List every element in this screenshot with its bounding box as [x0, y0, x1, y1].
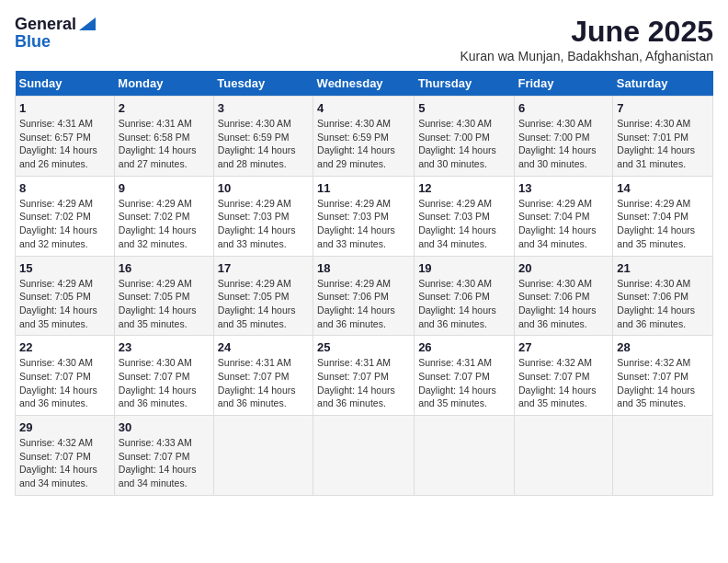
day-number: 15 [19, 261, 110, 275]
day-number: 3 [218, 101, 309, 115]
day-number: 25 [317, 340, 410, 354]
day-info: Sunrise: 4:31 AM Sunset: 7:07 PM Dayligh… [218, 356, 309, 410]
day-number: 18 [317, 261, 410, 275]
weekday-header-tuesday: Tuesday [213, 71, 313, 97]
day-info: Sunrise: 4:31 AM Sunset: 6:57 PM Dayligh… [19, 117, 110, 171]
day-number: 30 [119, 420, 210, 434]
day-info: Sunrise: 4:29 AM Sunset: 7:03 PM Dayligh… [317, 197, 410, 251]
calendar-week-row: 15 Sunrise: 4:29 AM Sunset: 7:05 PM Dayl… [16, 256, 713, 336]
day-info: Sunrise: 4:29 AM Sunset: 7:05 PM Dayligh… [19, 277, 110, 331]
day-number: 20 [518, 261, 609, 275]
logo-blue-text: Blue [15, 32, 51, 52]
calendar-week-row: 29 Sunrise: 4:32 AM Sunset: 7:07 PM Dayl… [16, 416, 713, 496]
page-header: General Blue June 2025 Kuran wa Munjan, … [15, 15, 713, 63]
day-number: 5 [418, 101, 510, 115]
day-number: 27 [518, 340, 609, 354]
day-number: 28 [617, 340, 709, 354]
calendar-cell [613, 416, 713, 496]
day-info: Sunrise: 4:29 AM Sunset: 7:05 PM Dayligh… [119, 277, 210, 331]
day-number: 8 [19, 181, 110, 195]
calendar-cell: 19 Sunrise: 4:30 AM Sunset: 7:06 PM Dayl… [415, 256, 515, 336]
day-info: Sunrise: 4:29 AM Sunset: 7:02 PM Dayligh… [119, 197, 210, 251]
weekday-header-sunday: Sunday [16, 71, 115, 97]
day-number: 11 [317, 181, 410, 195]
day-number: 4 [317, 101, 410, 115]
calendar-cell: 24 Sunrise: 4:31 AM Sunset: 7:07 PM Dayl… [213, 336, 313, 416]
calendar-cell: 27 Sunrise: 4:32 AM Sunset: 7:07 PM Dayl… [514, 336, 612, 416]
day-info: Sunrise: 4:30 AM Sunset: 7:01 PM Dayligh… [617, 117, 709, 171]
day-info: Sunrise: 4:31 AM Sunset: 7:07 PM Dayligh… [317, 356, 410, 410]
weekday-header-saturday: Saturday [613, 71, 713, 97]
calendar-week-row: 1 Sunrise: 4:31 AM Sunset: 6:57 PM Dayli… [16, 97, 713, 177]
day-info: Sunrise: 4:32 AM Sunset: 7:07 PM Dayligh… [617, 356, 709, 410]
day-info: Sunrise: 4:29 AM Sunset: 7:03 PM Dayligh… [418, 197, 510, 251]
calendar-cell [313, 416, 415, 496]
calendar-cell: 21 Sunrise: 4:30 AM Sunset: 7:06 PM Dayl… [613, 256, 713, 336]
location-text: Kuran wa Munjan, Badakhshan, Afghanistan [460, 49, 713, 63]
day-number: 29 [19, 420, 110, 434]
day-info: Sunrise: 4:29 AM Sunset: 7:02 PM Dayligh… [19, 197, 110, 251]
day-info: Sunrise: 4:32 AM Sunset: 7:07 PM Dayligh… [518, 356, 609, 410]
day-info: Sunrise: 4:30 AM Sunset: 7:07 PM Dayligh… [119, 356, 210, 410]
svg-marker-0 [79, 17, 96, 30]
calendar-week-row: 8 Sunrise: 4:29 AM Sunset: 7:02 PM Dayli… [16, 176, 713, 256]
calendar-cell: 17 Sunrise: 4:29 AM Sunset: 7:05 PM Dayl… [213, 256, 313, 336]
day-info: Sunrise: 4:30 AM Sunset: 6:59 PM Dayligh… [218, 117, 309, 171]
day-number: 7 [617, 101, 709, 115]
day-info: Sunrise: 4:30 AM Sunset: 6:59 PM Dayligh… [317, 117, 410, 171]
calendar-cell: 1 Sunrise: 4:31 AM Sunset: 6:57 PM Dayli… [16, 97, 115, 177]
calendar-cell: 18 Sunrise: 4:29 AM Sunset: 7:06 PM Dayl… [313, 256, 415, 336]
calendar-cell: 4 Sunrise: 4:30 AM Sunset: 6:59 PM Dayli… [313, 97, 415, 177]
day-info: Sunrise: 4:30 AM Sunset: 7:06 PM Dayligh… [617, 277, 709, 331]
day-info: Sunrise: 4:31 AM Sunset: 7:07 PM Dayligh… [418, 356, 510, 410]
day-info: Sunrise: 4:29 AM Sunset: 7:03 PM Dayligh… [218, 197, 309, 251]
day-info: Sunrise: 4:31 AM Sunset: 6:58 PM Dayligh… [119, 117, 210, 171]
calendar-cell: 7 Sunrise: 4:30 AM Sunset: 7:01 PM Dayli… [613, 97, 713, 177]
day-number: 23 [119, 340, 210, 354]
logo[interactable]: General Blue [15, 15, 96, 52]
day-number: 1 [19, 101, 110, 115]
day-number: 17 [218, 261, 309, 275]
calendar-cell: 29 Sunrise: 4:32 AM Sunset: 7:07 PM Dayl… [16, 416, 115, 496]
calendar-cell [514, 416, 612, 496]
day-info: Sunrise: 4:33 AM Sunset: 7:07 PM Dayligh… [119, 436, 210, 490]
calendar-cell: 3 Sunrise: 4:30 AM Sunset: 6:59 PM Dayli… [213, 97, 313, 177]
day-number: 22 [19, 340, 110, 354]
weekday-header-monday: Monday [114, 71, 213, 97]
calendar-cell: 22 Sunrise: 4:30 AM Sunset: 7:07 PM Dayl… [16, 336, 115, 416]
calendar-cell: 13 Sunrise: 4:29 AM Sunset: 7:04 PM Dayl… [514, 176, 612, 256]
day-number: 21 [617, 261, 709, 275]
calendar-cell: 25 Sunrise: 4:31 AM Sunset: 7:07 PM Dayl… [313, 336, 415, 416]
weekday-header-wednesday: Wednesday [313, 71, 415, 97]
logo-general-text: General [15, 15, 76, 34]
calendar-cell: 8 Sunrise: 4:29 AM Sunset: 7:02 PM Dayli… [16, 176, 115, 256]
day-info: Sunrise: 4:30 AM Sunset: 7:07 PM Dayligh… [19, 356, 110, 410]
calendar-week-row: 22 Sunrise: 4:30 AM Sunset: 7:07 PM Dayl… [16, 336, 713, 416]
day-info: Sunrise: 4:29 AM Sunset: 7:05 PM Dayligh… [218, 277, 309, 331]
day-number: 9 [119, 181, 210, 195]
calendar-cell: 26 Sunrise: 4:31 AM Sunset: 7:07 PM Dayl… [415, 336, 515, 416]
calendar-table: SundayMondayTuesdayWednesdayThursdayFrid… [15, 71, 713, 496]
calendar-cell: 14 Sunrise: 4:29 AM Sunset: 7:04 PM Dayl… [613, 176, 713, 256]
day-info: Sunrise: 4:30 AM Sunset: 7:06 PM Dayligh… [418, 277, 510, 331]
calendar-cell: 2 Sunrise: 4:31 AM Sunset: 6:58 PM Dayli… [114, 97, 213, 177]
calendar-cell: 15 Sunrise: 4:29 AM Sunset: 7:05 PM Dayl… [16, 256, 115, 336]
day-number: 2 [119, 101, 210, 115]
day-number: 13 [518, 181, 609, 195]
day-info: Sunrise: 4:29 AM Sunset: 7:06 PM Dayligh… [317, 277, 410, 331]
month-title: June 2025 [460, 15, 713, 49]
calendar-cell: 10 Sunrise: 4:29 AM Sunset: 7:03 PM Dayl… [213, 176, 313, 256]
title-section: June 2025 Kuran wa Munjan, Badakhshan, A… [460, 15, 713, 63]
day-number: 6 [518, 101, 609, 115]
calendar-cell: 28 Sunrise: 4:32 AM Sunset: 7:07 PM Dayl… [613, 336, 713, 416]
day-number: 14 [617, 181, 709, 195]
day-number: 24 [218, 340, 309, 354]
calendar-cell: 23 Sunrise: 4:30 AM Sunset: 7:07 PM Dayl… [114, 336, 213, 416]
calendar-cell: 9 Sunrise: 4:29 AM Sunset: 7:02 PM Dayli… [114, 176, 213, 256]
day-info: Sunrise: 4:30 AM Sunset: 7:06 PM Dayligh… [518, 277, 609, 331]
calendar-cell: 6 Sunrise: 4:30 AM Sunset: 7:00 PM Dayli… [514, 97, 612, 177]
calendar-cell: 11 Sunrise: 4:29 AM Sunset: 7:03 PM Dayl… [313, 176, 415, 256]
day-number: 26 [418, 340, 510, 354]
day-info: Sunrise: 4:29 AM Sunset: 7:04 PM Dayligh… [617, 197, 709, 251]
day-number: 19 [418, 261, 510, 275]
